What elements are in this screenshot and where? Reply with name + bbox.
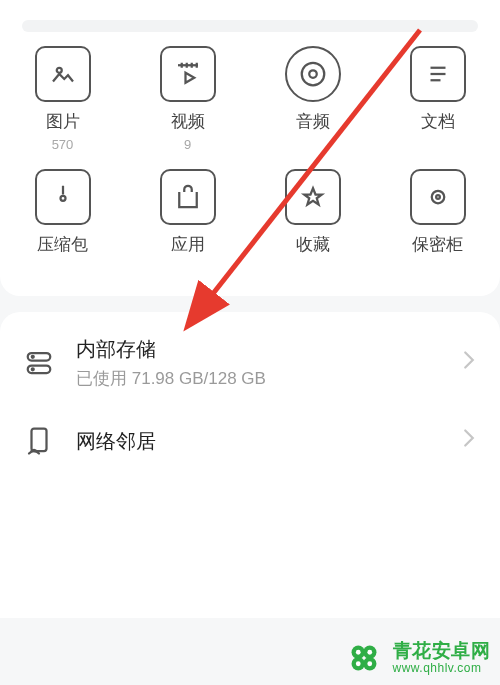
category-label: 收藏 [296,233,330,256]
network-title: 网络邻居 [76,428,462,455]
category-label: 文档 [421,110,455,133]
archive-icon [35,169,91,225]
svg-point-19 [32,356,34,358]
svg-point-16 [436,195,440,199]
video-icon [160,46,216,102]
internal-storage-item[interactable]: 内部存储 已使用 71.98 GB/128 GB [0,318,500,408]
network-neighbor-item[interactable]: 网络邻居 [0,408,500,474]
category-label: 应用 [171,233,205,256]
audio-icon [285,46,341,102]
watermark-logo-icon [341,635,387,681]
internal-storage-sub: 已使用 71.98 GB/128 GB [76,367,462,390]
app-icon [160,169,216,225]
category-label: 音频 [296,110,330,133]
chevron-right-icon [462,350,476,376]
category-label: 压缩包 [37,233,88,256]
chevron-right-icon [462,428,476,454]
svg-marker-6 [185,73,194,83]
search-input[interactable] [22,20,478,32]
internal-storage-title: 内部存储 [76,336,462,363]
category-label: 图片 [46,110,80,133]
list-item-texts: 网络邻居 [76,428,462,455]
watermark: 青花安卓网 www.qhhlv.com [341,635,491,681]
network-icon [24,426,54,456]
category-row-2: 压缩包 应用 收藏 [0,169,500,274]
category-safe[interactable]: 保密柜 [388,169,488,274]
svg-rect-21 [32,429,47,452]
watermark-texts: 青花安卓网 www.qhhlv.com [393,640,491,676]
svg-point-7 [301,63,324,86]
category-apps[interactable]: 应用 [138,169,238,274]
list-item-texts: 内部存储 已使用 71.98 GB/128 GB [76,336,462,390]
category-images[interactable]: 图片 570 [13,46,113,151]
svg-point-13 [60,196,65,201]
category-count: 9 [184,137,191,151]
category-archives[interactable]: 压缩包 [13,169,113,274]
svg-point-28 [355,650,360,655]
category-label: 保密柜 [412,233,463,256]
safe-icon [410,169,466,225]
svg-point-20 [32,368,34,370]
storage-icon [24,348,54,378]
svg-point-31 [367,661,372,666]
favorite-icon [285,169,341,225]
svg-point-15 [431,191,444,204]
category-count: 570 [52,137,74,151]
image-icon [35,46,91,102]
category-row-1: 图片 570 视频 9 音频 [0,46,500,151]
storage-list-card: 内部存储 已使用 71.98 GB/128 GB 网络邻居 [0,312,500,618]
svg-point-8 [309,70,317,78]
category-label: 视频 [171,110,205,133]
svg-point-29 [367,650,372,655]
svg-point-30 [355,661,360,666]
document-icon [410,46,466,102]
categories-card: 图片 570 视频 9 音频 [0,0,500,296]
watermark-title: 青花安卓网 [393,640,491,662]
svg-marker-14 [304,188,322,204]
category-videos[interactable]: 视频 9 [138,46,238,151]
svg-point-0 [56,68,61,73]
category-documents[interactable]: 文档 [388,46,488,151]
watermark-url: www.qhhlv.com [393,662,491,676]
category-audio[interactable]: 音频 [263,46,363,151]
category-favorites[interactable]: 收藏 [263,169,363,274]
